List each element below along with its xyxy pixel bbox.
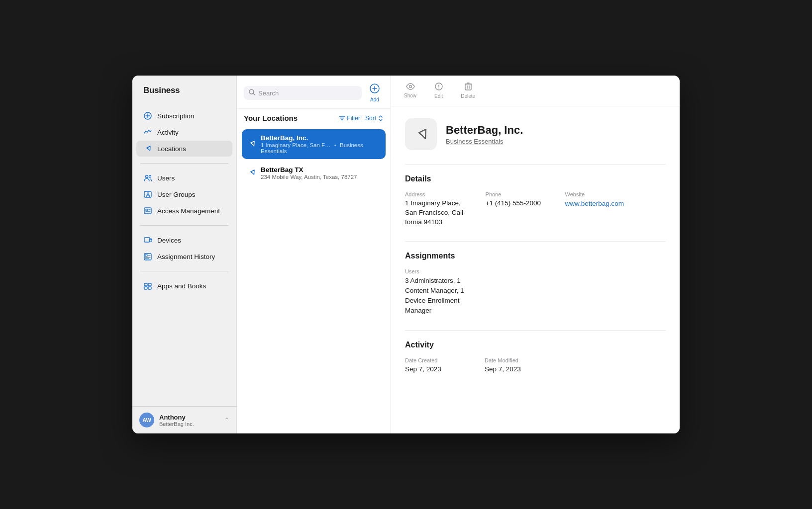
date-created-value: Sep 7, 2023 [405, 365, 465, 374]
sidebar-item-apps-and-books[interactable]: Apps and Books [136, 278, 232, 294]
sidebar-item-activity[interactable]: Activity [136, 124, 232, 140]
location-selected-icon [248, 140, 256, 149]
sidebar-item-label: User Groups [157, 191, 196, 198]
sidebar-brand: Business [143, 85, 180, 95]
detail-panel: Show Edit [391, 76, 680, 433]
sidebar-item-label: Assignment History [157, 253, 215, 260]
sidebar-logo: Business [132, 85, 236, 105]
sidebar-item-label: Locations [157, 145, 186, 153]
edit-button[interactable]: Edit [431, 81, 446, 101]
location-item-betterbag-inc[interactable]: BetterBag, Inc. 1 Imaginary Place, San F… [242, 129, 386, 159]
divider-3 [405, 330, 666, 331]
users-value: 3 Administrators, 1Content Manager, 1Dev… [405, 276, 464, 316]
sidebar-item-devices[interactable]: Devices [136, 232, 232, 248]
phone-field: Phone +1 (415) 555-2000 [486, 191, 545, 227]
svg-rect-6 [144, 191, 151, 197]
svg-rect-23 [148, 287, 151, 289]
sidebar-item-subscription[interactable]: Subscription [136, 108, 232, 124]
svg-line-43 [419, 133, 422, 135]
sidebar-item-label: Activity [157, 129, 179, 136]
list-header: Add [237, 76, 391, 109]
sidebar-item-users[interactable]: Users [136, 170, 232, 186]
website-label: Website [565, 191, 625, 197]
show-button[interactable]: Show [401, 81, 419, 100]
sidebar: Business Subscription [132, 76, 237, 433]
org-sub: Business Essentials [446, 138, 523, 145]
apps-books-icon [143, 281, 152, 290]
svg-point-7 [147, 193, 149, 195]
sidebar-section-users: Users User Groups [132, 168, 236, 221]
sidebar-section-apps: Apps and Books [132, 275, 236, 296]
activity-icon [143, 128, 152, 137]
chevron-icon: ⌃ [224, 417, 229, 424]
edit-icon [435, 83, 443, 92]
location-item-betterbag-tx[interactable]: BetterBag TX 234 Mobile Way, Austin, Tex… [242, 161, 386, 185]
date-modified-value: Sep 7, 2023 [485, 365, 544, 374]
org-name: BetterBag, Inc. [446, 124, 523, 137]
delete-icon [465, 83, 472, 92]
website-link[interactable]: www.betterbag.com [565, 200, 624, 207]
sidebar-section-top: Subscription Activity Locations [132, 105, 236, 159]
add-icon [370, 84, 380, 96]
website-field: Website www.betterbag.com [565, 191, 625, 227]
show-icon [406, 83, 415, 92]
activity-fields: Date Created Sep 7, 2023 Date Modified S… [405, 357, 666, 374]
sidebar-item-access-management[interactable]: Access Management [136, 203, 232, 219]
svg-point-5 [149, 175, 151, 177]
sidebar-item-label: Users [157, 174, 175, 182]
details-section-title: Details [405, 174, 666, 183]
sidebar-footer[interactable]: AW Anthony BetterBag Inc. ⌃ [132, 406, 236, 433]
svg-rect-9 [146, 209, 148, 211]
delete-button[interactable]: Delete [458, 81, 478, 101]
svg-line-3 [147, 148, 148, 150]
date-created-label: Date Created [405, 357, 465, 363]
assignments-title: Assignments [405, 252, 666, 260]
app-window: Business Subscription [132, 76, 680, 433]
sidebar-divider-1 [140, 163, 228, 164]
footer-org: BetterBag Inc. [159, 421, 194, 427]
assignments-section: Assignments Users 3 Administrators, 1Con… [405, 241, 666, 316]
svg-point-37 [438, 87, 439, 88]
location-sub-1: 1 Imaginary Place, San F… • Business Ess… [261, 142, 380, 154]
svg-rect-16 [145, 254, 147, 256]
sidebar-divider-3 [140, 271, 228, 271]
sidebar-item-label: Access Management [157, 207, 220, 215]
users-label: Users [405, 268, 464, 274]
show-label: Show [404, 93, 416, 98]
footer-user-info: Anthony BetterBag Inc. [159, 414, 194, 427]
location-name-1: BetterBag, Inc. [261, 134, 380, 142]
sidebar-item-user-groups[interactable]: User Groups [136, 186, 232, 202]
details-section: Details Address 1 Imaginary Place,San Fr… [405, 164, 666, 227]
address-label: Address [405, 191, 466, 197]
location-info-1: BetterBag, Inc. 1 Imaginary Place, San F… [261, 134, 380, 154]
add-label: Add [370, 97, 379, 102]
svg-point-34 [409, 85, 411, 88]
assignments-fields: Users 3 Administrators, 1Content Manager… [405, 268, 666, 316]
sidebar-divider-2 [140, 225, 228, 226]
list-section-title: Your Locations [244, 114, 298, 122]
divider-2 [405, 241, 666, 242]
svg-line-25 [253, 93, 255, 95]
users-icon [143, 173, 152, 182]
detail-content: BetterBag, Inc. Business Essentials Deta… [391, 106, 680, 433]
sidebar-item-label: Devices [157, 237, 181, 244]
location-icon-tx [248, 169, 256, 178]
search-box[interactable] [244, 86, 362, 100]
location-name-2: BetterBag TX [261, 166, 357, 173]
date-created-field: Date Created Sep 7, 2023 [405, 357, 465, 374]
users-assign: Users 3 Administrators, 1Content Manager… [405, 268, 464, 316]
sidebar-item-label: Apps and Books [157, 282, 206, 290]
phone-value: +1 (415) 555-2000 [486, 199, 545, 208]
detail-toolbar: Show Edit [391, 76, 680, 106]
sort-button[interactable]: Sort [365, 115, 384, 122]
svg-rect-12 [144, 238, 150, 242]
sidebar-item-locations[interactable]: Locations [136, 141, 232, 157]
add-button[interactable]: Add [366, 82, 384, 104]
sidebar-item-assignment-history[interactable]: Assignment History [136, 249, 232, 264]
filter-button[interactable]: Filter [339, 115, 360, 122]
date-modified-field: Date Modified Sep 7, 2023 [485, 357, 544, 374]
search-input[interactable] [258, 89, 357, 97]
activity-title: Activity [405, 340, 666, 349]
svg-rect-38 [465, 84, 471, 90]
footer-name: Anthony [159, 414, 194, 421]
